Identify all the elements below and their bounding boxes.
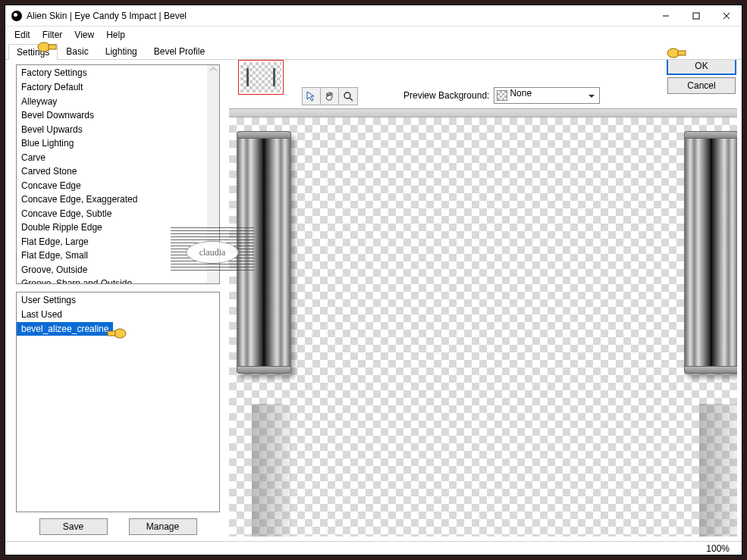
- preview-object: [237, 131, 305, 374]
- tab-bevel-profile[interactable]: Bevel Profile: [146, 43, 213, 59]
- maximize-button[interactable]: [681, 5, 711, 27]
- factory-settings-header: Factory Settings: [17, 65, 219, 80]
- menubar: Edit Filter View Help: [5, 27, 742, 43]
- list-item[interactable]: Bevel Downwards: [17, 108, 219, 123]
- svg-marker-4: [307, 92, 314, 101]
- move-tool-icon[interactable]: [303, 88, 321, 105]
- menu-view[interactable]: View: [68, 28, 100, 42]
- status-bar: 100%: [5, 541, 742, 555]
- minimize-button[interactable]: [651, 5, 681, 27]
- preview-bg-select[interactable]: None: [494, 87, 600, 104]
- menu-edit[interactable]: Edit: [8, 28, 36, 42]
- save-button[interactable]: Save: [39, 518, 108, 535]
- list-item[interactable]: Last Used: [17, 308, 219, 322]
- list-item[interactable]: Factory Default: [17, 80, 219, 95]
- scrollbar[interactable]: [207, 65, 219, 283]
- preview-object: [684, 131, 737, 374]
- hand-tool-icon[interactable]: [321, 88, 339, 105]
- list-item[interactable]: Concave Edge: [17, 179, 219, 193]
- window-title: Alien Skin | Eye Candy 5 Impact | Bevel: [27, 11, 651, 21]
- list-item[interactable]: Double Ripple Edge: [17, 221, 219, 235]
- list-item[interactable]: Carve: [17, 151, 219, 165]
- preview-bg-label: Preview Background:: [403, 90, 489, 101]
- zoom-tool-icon[interactable]: [339, 88, 357, 105]
- list-item[interactable]: Concave Edge, Subtle: [17, 207, 219, 221]
- user-settings-header: User Settings: [17, 293, 219, 308]
- user-settings-list[interactable]: User Settings Last Used bevel_alizee_cre…: [16, 292, 220, 512]
- menu-help[interactable]: Help: [100, 28, 131, 42]
- preview-thumbnail[interactable]: [238, 60, 284, 95]
- app-icon: [11, 11, 22, 21]
- cancel-button[interactable]: Cancel: [667, 77, 736, 94]
- list-item[interactable]: Bevel Upwards: [17, 123, 219, 137]
- zoom-level: 100%: [706, 543, 730, 554]
- manage-button[interactable]: Manage: [129, 518, 197, 535]
- list-item[interactable]: Groove, Sharp and Outside: [17, 277, 219, 284]
- list-item[interactable]: Flat Edge, Large: [17, 235, 219, 249]
- factory-settings-list[interactable]: Factory Settings Factory Default Alleywa…: [16, 64, 220, 284]
- svg-rect-1: [693, 13, 699, 19]
- tab-lighting[interactable]: Lighting: [97, 43, 146, 59]
- list-item[interactable]: Carved Stone: [17, 164, 219, 179]
- titlebar: Alien Skin | Eye Candy 5 Impact | Bevel: [5, 5, 742, 27]
- list-item[interactable]: Blue Lighting: [17, 136, 219, 151]
- list-item[interactable]: Flat Edge, Small: [17, 249, 219, 263]
- close-button[interactable]: [711, 5, 742, 27]
- list-item[interactable]: Concave Edge, Exaggerated: [17, 192, 219, 207]
- svg-line-6: [350, 98, 353, 101]
- ok-button[interactable]: OK: [667, 60, 736, 74]
- app-window: Alien Skin | Eye Candy 5 Impact | Bevel …: [5, 5, 742, 555]
- menu-filter[interactable]: Filter: [36, 28, 69, 42]
- preview-canvas[interactable]: [229, 108, 737, 537]
- tab-strip: Settings Basic Lighting Bevel Profile: [5, 43, 742, 60]
- tab-settings[interactable]: Settings: [8, 44, 58, 60]
- list-item[interactable]: Groove, Outside: [17, 263, 219, 277]
- preview-bg-value: None: [510, 88, 532, 99]
- list-item-selected[interactable]: bevel_alizee_crealine: [17, 322, 113, 336]
- list-item[interactable]: Alleyway: [17, 95, 219, 109]
- settings-panel: Factory Settings Factory Default Alleywa…: [5, 60, 229, 541]
- svg-point-5: [344, 92, 350, 99]
- preview-panel: Preview Background: None OK Cancel: [229, 60, 742, 541]
- tab-basic[interactable]: Basic: [58, 43, 96, 59]
